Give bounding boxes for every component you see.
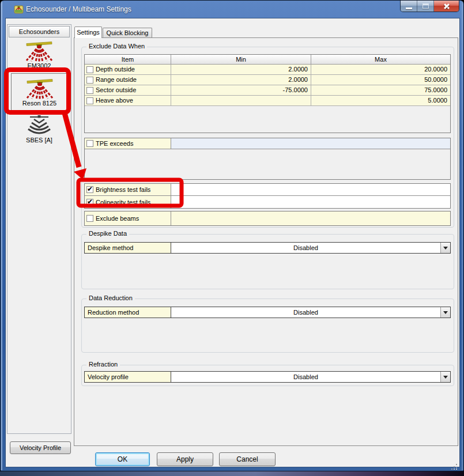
- reduction-groupbox: Data Reduction Reduction method Disabled: [81, 299, 454, 353]
- row-label: Sector outside: [96, 85, 136, 95]
- exclude-beams-value-cell[interactable]: [171, 211, 450, 225]
- sidebar-item-em3002[interactable]: EM3002: [9, 39, 69, 69]
- sector-min-value[interactable]: -75.0000: [171, 85, 311, 96]
- ok-button[interactable]: OK: [95, 452, 150, 466]
- resize-grip[interactable]: [456, 464, 457, 465]
- tab-quick-blocking[interactable]: Quick Blocking: [103, 28, 152, 38]
- tpe-exceeds-checkbox[interactable]: [86, 140, 93, 147]
- groupbox-title: Refraction: [86, 361, 120, 368]
- row-label: Depth outside: [96, 65, 135, 74]
- exclude-beams-checkbox[interactable]: [86, 215, 93, 222]
- tpe-panel: TPE exceeds: [84, 138, 451, 180]
- row-label: TPE exceeds: [96, 140, 133, 147]
- sidebar-item-label: EM3002: [9, 62, 69, 69]
- depth-min-value[interactable]: 2.0000: [171, 65, 311, 75]
- range-max-value[interactable]: 50.0000: [311, 75, 450, 85]
- maximize-icon: [422, 3, 429, 9]
- table-row: Depth outside 2.0000 20.0000: [85, 65, 450, 75]
- velocity-profile-button[interactable]: Velocity Profile: [10, 441, 71, 454]
- caption-buttons: [400, 1, 459, 12]
- brightness-test-checkbox[interactable]: [86, 186, 93, 193]
- table-row: Range outside 2.0000 50.0000: [85, 75, 450, 85]
- groupbox-title: Despike Data: [86, 230, 129, 237]
- depth-outside-checkbox[interactable]: [86, 66, 93, 73]
- minimize-button[interactable]: [401, 1, 417, 12]
- row-label: Exclude beams: [96, 215, 139, 222]
- sbes-icon: [25, 115, 54, 136]
- column-header-max[interactable]: Max: [311, 55, 450, 65]
- reduction-method-value[interactable]: Disabled: [171, 307, 440, 318]
- minimize-icon: [406, 7, 412, 9]
- close-icon: [443, 2, 450, 10]
- despike-method-label: Despike method: [85, 243, 171, 253]
- groupbox-title: Exclude Data When: [86, 43, 147, 50]
- column-header-min[interactable]: Min: [171, 55, 311, 65]
- table-row: Sector outside -75.0000 75.0000: [85, 85, 450, 96]
- colinearity-test-checkbox[interactable]: [86, 199, 93, 206]
- despike-groupbox: Despike Data Despike method Disabled: [81, 234, 454, 289]
- tpe-row: TPE exceeds: [85, 138, 450, 149]
- row-label: Range outside: [96, 75, 137, 85]
- groupbox-title: Data Reduction: [86, 294, 135, 301]
- tests-panel: Brightness test fails Colinearity test f…: [84, 183, 451, 209]
- client-area: Echosounders EM3002: [5, 18, 460, 467]
- despike-method-value[interactable]: Disabled: [171, 243, 440, 253]
- exclude-beams-row: Exclude beams: [85, 211, 450, 225]
- row-label: Brightness test fails: [96, 186, 150, 193]
- app-icon: [14, 5, 24, 14]
- range-min-value[interactable]: 2.0000: [171, 75, 311, 85]
- row-label: Heave above: [96, 96, 133, 105]
- desktop-edge: [0, 471, 464, 476]
- refraction-dropdown-button[interactable]: [440, 372, 450, 382]
- multibeam-icon: [25, 39, 54, 62]
- tpe-value-cell[interactable]: [171, 138, 450, 149]
- window-title: Echosounder / Multibeam Settings: [26, 5, 131, 13]
- apply-button[interactable]: Apply: [157, 452, 213, 466]
- heave-above-checkbox[interactable]: [86, 97, 93, 104]
- exclude-beams-panel: Exclude beams: [84, 211, 451, 226]
- row-label: Colinearity test fails: [96, 199, 150, 206]
- dialog-window: Echosounder / Multibeam Settings Echosou…: [0, 0, 464, 476]
- despike-method-row: Despike method Disabled: [84, 242, 451, 254]
- table-row: Heave above 5.0000: [85, 96, 450, 106]
- depth-max-value[interactable]: 20.0000: [311, 65, 450, 75]
- multibeam-icon: [25, 76, 54, 99]
- tab-settings[interactable]: Settings: [74, 27, 102, 38]
- echosounder-sidebar: Echosounders EM3002: [7, 24, 71, 434]
- heave-min-value[interactable]: [171, 96, 311, 106]
- reduction-method-row: Reduction method Disabled: [84, 307, 451, 318]
- reduction-dropdown-button[interactable]: [440, 307, 450, 318]
- colinearity-test-row: Colinearity test fails: [85, 196, 450, 208]
- brightness-value-cell[interactable]: [171, 184, 450, 195]
- brightness-test-row: Brightness test fails: [85, 184, 450, 196]
- heave-max-value[interactable]: 5.0000: [311, 96, 450, 106]
- cancel-button[interactable]: Cancel: [219, 452, 276, 466]
- table-header-row: Item Min Max: [85, 55, 450, 65]
- exclude-table: Item Min Max Depth outside 2.0000 20.000…: [84, 54, 451, 133]
- sidebar-item-label: SBES [A]: [9, 137, 69, 143]
- range-outside-checkbox[interactable]: [86, 77, 93, 84]
- settings-tab-page: Exclude Data When Item Min Max Depth out…: [74, 37, 458, 446]
- title-bar[interactable]: Echosounder / Multibeam Settings: [1, 1, 463, 18]
- velocity-profile-label: Velocity profile: [85, 372, 171, 382]
- close-button[interactable]: [434, 1, 459, 12]
- column-header-item[interactable]: Item: [85, 55, 171, 65]
- refraction-groupbox: Refraction Velocity profile Disabled: [81, 365, 454, 386]
- reduction-method-label: Reduction method: [85, 307, 171, 318]
- sidebar-item-sbes-a[interactable]: SBES [A]: [9, 115, 69, 143]
- sidebar-header: Echosounders: [9, 26, 70, 37]
- window-frame: Echosounder / Multibeam Settings Echosou…: [0, 0, 464, 471]
- despike-dropdown-button[interactable]: [440, 243, 450, 253]
- sidebar-item-reson-8125[interactable]: Reson 8125: [11, 73, 68, 112]
- colinearity-value-cell[interactable]: [171, 196, 450, 208]
- velocity-profile-value[interactable]: Disabled: [171, 372, 440, 382]
- velocity-profile-row: Velocity profile Disabled: [84, 371, 451, 383]
- sector-outside-checkbox[interactable]: [86, 87, 93, 94]
- exclude-data-groupbox: Exclude Data When Item Min Max Depth out…: [81, 47, 454, 228]
- sector-max-value[interactable]: 75.0000: [311, 85, 450, 96]
- sidebar-item-label: Reson 8125: [12, 100, 67, 107]
- maximize-button[interactable]: [417, 1, 434, 12]
